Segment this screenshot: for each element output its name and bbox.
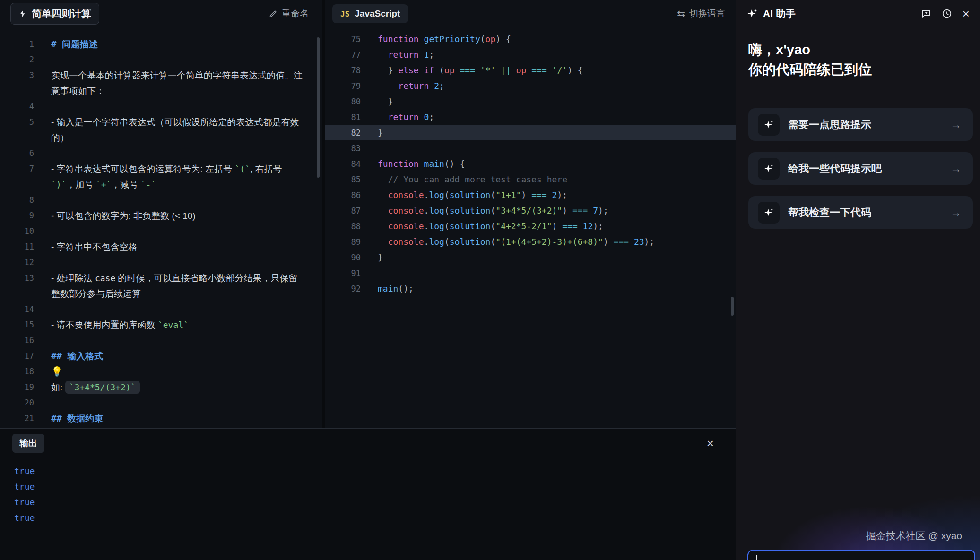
code-token: console [388, 221, 424, 231]
code-line[interactable]: 82} [325, 125, 736, 140]
output-tab[interactable]: 输出 [12, 434, 44, 453]
line-number: 92 [325, 284, 361, 293]
code-line[interactable]: 85 // You can add more test cases here [325, 172, 736, 187]
code-token: function [378, 34, 419, 44]
code-token: . [424, 206, 429, 215]
code-line[interactable]: 81 return 0; [325, 109, 736, 125]
code-line[interactable]: 89 console.log(solution("(1+(4+5+2)-3)+(… [325, 234, 736, 250]
code-line-text: } [378, 128, 383, 138]
switch-language-button[interactable]: ⇆ 切换语言 [674, 7, 728, 20]
code-token: ( [444, 206, 450, 215]
code-token: === [531, 65, 547, 75]
code-token [588, 206, 593, 215]
code-token: log [429, 206, 444, 215]
problem-title-box[interactable]: 简单四则计算 [10, 3, 99, 25]
code-token: // You can add more test cases here [388, 174, 567, 184]
rename-label: 重命名 [282, 8, 309, 20]
code-line[interactable]: 83 [325, 140, 736, 156]
code-token: solution [450, 206, 491, 215]
markdown-line: 3实现一个基本的计算器来计算一个简单的字符串表达式的值。注意事项如下： [0, 68, 322, 99]
code-token: || [501, 65, 511, 75]
ai-suggestion-card[interactable]: 需要一点思路提示→ [748, 108, 973, 141]
code-line[interactable]: 88 console.log(solution("4+2*5-2/1") ===… [325, 218, 736, 234]
arrow-right-icon: → [950, 206, 962, 219]
code-token: ) [552, 221, 563, 231]
problem-title: 简单四则计算 [32, 7, 91, 20]
markdown-line: 10 [0, 224, 322, 239]
markdown-segment: ## 输入格式 [51, 351, 103, 361]
line-number: 6 [0, 146, 34, 161]
markdown-segment: 实现一个基本的计算器来计算一个简单的字符串表达式的值。注意事项如下： [51, 70, 303, 96]
ai-sparkle-icon [746, 8, 758, 19]
code-line-text: return 2; [378, 81, 444, 91]
markdown-line-content: - 字符串中不包含空格 [51, 239, 138, 255]
code-line[interactable]: 78 } else if (op === '*' || op === '/') … [325, 62, 736, 78]
markdown-line: 7- 字符串表达式可以包含的运算符号为: 左括号 `(`, 右括号 `)`，加号… [0, 161, 322, 192]
ai-header: AI 助手 × [736, 0, 980, 27]
code-token: console [388, 206, 424, 215]
code-line[interactable]: 80 } [325, 94, 736, 109]
rename-button[interactable]: 重命名 [266, 7, 312, 20]
code-line[interactable]: 91 [325, 265, 736, 281]
language-tab[interactable]: JS JavaScript [332, 4, 408, 23]
markdown-line-content: # 问题描述 [51, 36, 98, 52]
markdown-segment: - 可以包含的数字为: 非负整数 (< 10) [51, 211, 196, 221]
pencil-icon [269, 9, 278, 18]
code-token: 0 [424, 112, 429, 122]
code-token [495, 65, 501, 75]
code-line[interactable]: 77 return 1; [325, 47, 736, 62]
ai-cards: 需要一点思路提示→ 给我一些代码提示吧→ 帮我检查一下代码→ [748, 108, 973, 229]
markdown-line-content: - 字符串表达式可以包含的运算符号为: 左括号 `(`, 右括号 `)`，加号 … [51, 161, 306, 192]
ai-suggestion-card[interactable]: 帮我检查一下代码→ [748, 196, 973, 229]
code-token: return [388, 112, 419, 122]
markdown-line-content: ## 输入格式 [51, 348, 103, 364]
close-icon[interactable]: × [704, 437, 717, 450]
line-number: 19 [0, 379, 34, 395]
markdown-line-content: 💡 [51, 364, 63, 379]
ai-suggestion-card[interactable]: 给我一些代码提示吧→ [748, 152, 973, 185]
code-line[interactable]: 87 console.log(solution("3+4*5/(3+2)") =… [325, 203, 736, 218]
markdown-line: 21## 数据约束 [0, 411, 322, 426]
top-row: 简单四则计算 重命名 1# 问题描述23实现一个基本的计算器来计算一个简单的字符… [0, 0, 736, 428]
code-lines[interactable]: 75function getPriority(op) {77 return 1;… [325, 27, 736, 296]
code-line[interactable]: 90} [325, 250, 736, 265]
new-chat-icon[interactable] [921, 9, 931, 19]
line-number: 10 [0, 224, 34, 239]
code-line-text: } else if (op === '*' || op === '/') { [378, 65, 583, 75]
code-line[interactable]: 86 console.log(solution("1+1") === 2); [325, 187, 736, 203]
switch-language-label: 切换语言 [689, 8, 725, 20]
line-number: 13 [0, 270, 34, 286]
code-line-text: // You can add more test cases here [378, 174, 567, 184]
code-token: 7 [593, 206, 598, 215]
markdown-line: 1# 问题描述 [0, 36, 322, 52]
line-number: 77 [325, 50, 361, 60]
code-line-text: console.log(solution("1+1") === 2); [378, 190, 567, 200]
code-token: ( [444, 237, 450, 247]
close-icon[interactable]: × [963, 8, 970, 20]
line-number: 20 [0, 395, 34, 411]
code-line[interactable]: 92main(); [325, 281, 736, 296]
line-number: 21 [0, 411, 34, 426]
sparkle-icon [758, 202, 780, 224]
markdown-line: 17## 输入格式 [0, 348, 322, 364]
code-line[interactable]: 84function main() { [325, 156, 736, 172]
history-icon[interactable] [942, 9, 952, 19]
code-token: return [388, 50, 419, 60]
code-line[interactable]: 79 return 2; [325, 78, 736, 94]
markdown-segment: - 输入是一个字符串表达式（可以假设所给定的表达式都是有效的） [51, 117, 299, 143]
line-number: 15 [0, 317, 34, 333]
markdown-segment: - 处理除法 [51, 273, 95, 283]
code-token: ( [490, 190, 495, 200]
markdown-line: 4 [0, 99, 322, 114]
code-token: ( [444, 190, 450, 200]
editor-scrollbar[interactable] [731, 297, 734, 316]
code-token: '/' [552, 65, 568, 75]
ai-chat-input[interactable] [747, 550, 975, 560]
code-line[interactable]: 75function getPriority(op) { [325, 31, 736, 47]
line-number: 85 [325, 175, 361, 184]
markdown-line-content: 实现一个基本的计算器来计算一个简单的字符串表达式的值。注意事项如下： [51, 68, 306, 99]
problem-scrollbar[interactable] [317, 37, 320, 178]
markdown-segment: - 字符串表达式可以包含的运算符号为: 左括号 [51, 164, 234, 174]
code-token: log [429, 237, 444, 247]
markdown-line: 6 [0, 146, 322, 161]
